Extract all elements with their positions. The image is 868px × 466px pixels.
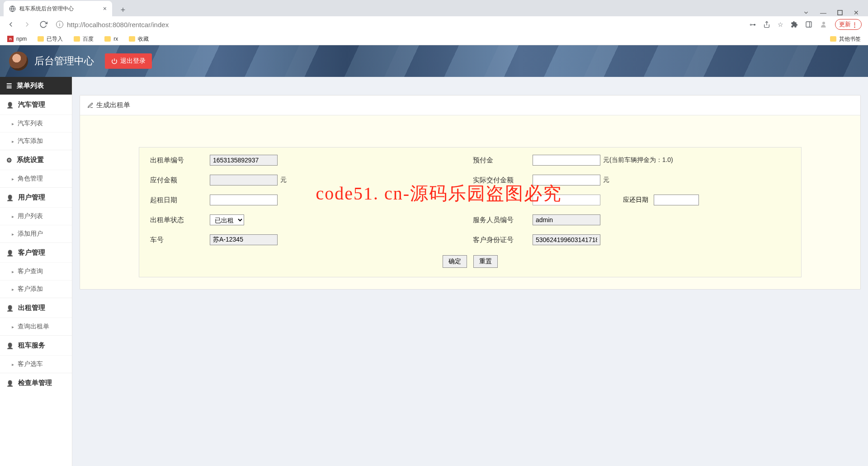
sidebar-item-customer-add[interactable]: 客户添加 (0, 280, 72, 298)
label-status: 出租单状态 (150, 216, 204, 224)
input-staff[interactable] (533, 214, 600, 225)
sidebar-item-car-list[interactable]: 汽车列表 (0, 114, 72, 132)
label-actual: 实际交付金额 (473, 176, 527, 185)
window-controls: — ✕ (803, 9, 868, 16)
url-text: http://localhost:8080/rentcar/index (67, 21, 169, 29)
input-car[interactable] (210, 234, 278, 245)
folder-icon (104, 36, 111, 42)
form-panel: 生成出租单 出租单编号 预付金 元(当前车辆押金为：1.0) 应付金额 元 实际… (80, 95, 861, 290)
input-return-date[interactable] (654, 195, 699, 205)
input-payable[interactable] (210, 175, 278, 185)
sidebar-item-pick-car[interactable]: 客户选车 (0, 355, 72, 373)
label-payable: 应付金额 (150, 176, 204, 185)
input-order-id[interactable] (210, 155, 278, 166)
label-order-id: 出租单编号 (150, 156, 204, 165)
logout-button[interactable]: 退出登录 (105, 53, 152, 69)
sidebar-item-user-add[interactable]: 添加用户 (0, 225, 72, 243)
profile-icon[interactable] (820, 20, 828, 29)
chevron-down-icon[interactable] (803, 10, 809, 16)
reset-button[interactable]: 重置 (473, 255, 498, 268)
user-icon (6, 249, 14, 257)
app-header: 后台管理中心 退出登录 (0, 45, 868, 77)
svg-point-5 (822, 22, 825, 24)
input-prepay[interactable] (533, 155, 600, 166)
edit-icon (87, 102, 94, 109)
bookmark-baidu[interactable]: 百度 (74, 35, 94, 43)
browser-chrome: 租车系统后台管理中心 × + — ✕ i http://localhost:80… (0, 0, 868, 45)
sidebar-item-customer-query[interactable]: 客户查询 (0, 262, 72, 280)
user-icon (6, 304, 14, 312)
close-tab-icon[interactable]: × (103, 5, 107, 12)
folder-icon (830, 36, 836, 42)
sidebar-group-user[interactable]: 用户管理 (0, 187, 72, 207)
browser-tab[interactable]: 租车系统后台管理中心 × (4, 1, 112, 16)
sidebar-group-check[interactable]: 检查单管理 (0, 373, 72, 393)
back-button[interactable] (5, 18, 17, 31)
sidebar-item-roles[interactable]: 角色管理 (0, 170, 72, 187)
gear-icon (6, 156, 12, 164)
address-bar: i http://localhost:8080/rentcar/index ⊶ … (0, 16, 868, 33)
power-icon (111, 58, 118, 64)
folder-icon (38, 36, 44, 42)
menu-icon (6, 82, 12, 90)
app: 后台管理中心 退出登录 菜单列表 汽车管理 汽车列表 汽车添加 系统设置 角色管… (0, 45, 868, 466)
close-window-icon[interactable]: ✕ (854, 9, 859, 16)
input-actual[interactable] (533, 175, 600, 185)
label-car: 车号 (150, 236, 204, 244)
sidebar-item-rent-query[interactable]: 查询出租单 (0, 318, 72, 335)
select-status[interactable]: 已出租 (210, 214, 244, 225)
input-begin-date[interactable] (210, 195, 278, 205)
bookmark-other[interactable]: 其他书签 (830, 35, 861, 43)
bookmark-fav[interactable]: 收藏 (129, 35, 149, 43)
label-staff: 服务人员编号 (473, 216, 527, 224)
key-icon[interactable]: ⊶ (750, 21, 756, 28)
sidebar-group-rentservice[interactable]: 租车服务 (0, 335, 72, 355)
star-icon[interactable]: ☆ (778, 21, 783, 28)
user-icon (6, 342, 14, 349)
user-icon (6, 379, 14, 387)
tab-title: 租车系统后台管理中心 (19, 5, 74, 13)
svg-rect-3 (806, 22, 811, 27)
new-tab-button[interactable]: + (117, 4, 129, 16)
user-icon (6, 194, 14, 201)
submit-button[interactable]: 确定 (443, 255, 467, 268)
bookmarks-bar: nnpm 已导入 百度 rx 收藏 其他书签 (0, 33, 868, 45)
user-icon (6, 101, 14, 109)
sidebar-item-car-add[interactable]: 汽车添加 (0, 132, 72, 150)
sidebar-header: 菜单列表 (0, 77, 72, 95)
url-display[interactable]: i http://localhost:8080/rentcar/index (53, 21, 746, 29)
sidepanel-icon[interactable] (805, 21, 812, 28)
update-button[interactable]: 更新 ⋮ (835, 19, 862, 30)
sidebar-group-system[interactable]: 系统设置 (0, 150, 72, 170)
suffix-actual: 元 (603, 176, 609, 184)
panel-title: 生成出租单 (96, 101, 130, 109)
maximize-icon[interactable] (837, 10, 843, 15)
panel-header: 生成出租单 (80, 95, 860, 115)
suffix-payable: 元 (280, 176, 287, 184)
bookmark-npm[interactable]: nnpm (7, 36, 27, 42)
forward-button[interactable] (21, 18, 33, 31)
bookmark-rx[interactable]: rx (104, 36, 118, 42)
avatar[interactable] (9, 52, 28, 71)
input-idcard[interactable] (533, 234, 600, 245)
form-container: 出租单编号 预付金 元(当前车辆押金为：1.0) 应付金额 元 实际交付金额 元… (139, 147, 802, 277)
sidebar-group-car[interactable]: 汽车管理 (0, 95, 72, 114)
label-begin: 起租日期 (150, 196, 204, 204)
reload-button[interactable] (37, 18, 50, 31)
label-prepay: 预付金 (473, 156, 527, 165)
share-icon[interactable] (763, 21, 770, 28)
sidebar: 菜单列表 汽车管理 汽车列表 汽车添加 系统设置 角色管理 用户管理 用户列表 … (0, 77, 72, 466)
npm-icon: n (7, 36, 14, 42)
svg-rect-1 (838, 10, 842, 15)
extensions-icon[interactable] (791, 21, 798, 28)
folder-icon (74, 36, 80, 42)
minimize-icon[interactable]: — (820, 9, 826, 16)
bookmark-imported[interactable]: 已导入 (38, 35, 63, 43)
sidebar-group-customer[interactable]: 客户管理 (0, 243, 72, 262)
label-return: 应还日期 (623, 196, 648, 204)
site-info-icon[interactable]: i (56, 21, 63, 28)
sidebar-item-user-list[interactable]: 用户列表 (0, 207, 72, 225)
input-extra[interactable] (533, 195, 600, 205)
sidebar-group-rent[interactable]: 出租管理 (0, 298, 72, 318)
tab-bar: 租车系统后台管理中心 × + — ✕ (0, 0, 868, 16)
